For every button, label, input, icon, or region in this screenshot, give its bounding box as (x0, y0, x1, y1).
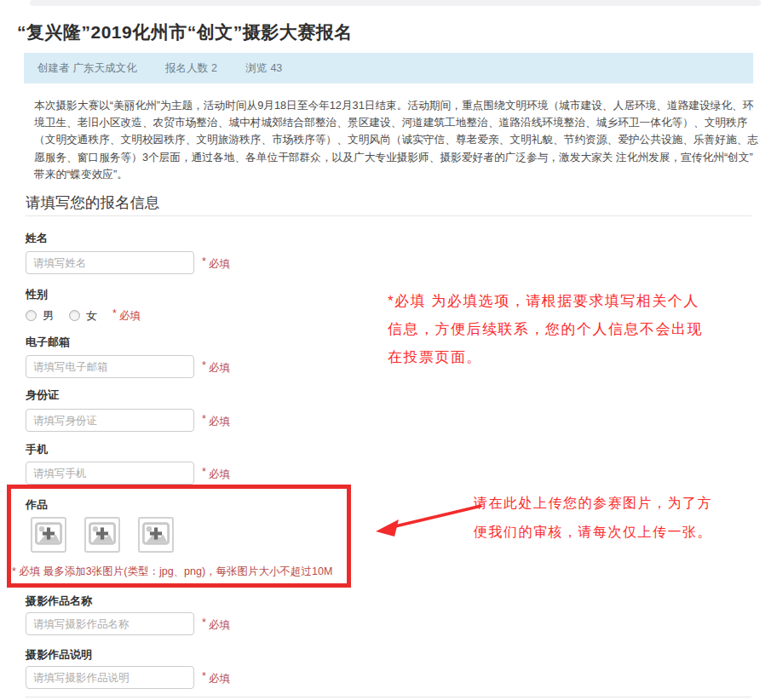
page-title: “复兴隆”2019化州市“创文”摄影大赛报名 (17, 20, 353, 44)
gender-field-label: 性别 (26, 287, 48, 302)
applicants-label: 报名人数 (165, 62, 208, 74)
top-card-edge (30, 0, 761, 6)
annotation-line: 信息，方便后续联系，您的个人信息不会出现 (388, 315, 777, 343)
female-radio-label: 女 (86, 308, 97, 324)
add-image-icon (35, 522, 62, 548)
male-radio[interactable] (26, 310, 37, 321)
name-field-label: 姓名 (26, 231, 48, 246)
gender-option-male[interactable]: 男 (26, 308, 54, 324)
creator-label: 创建者 (37, 62, 70, 74)
name-input[interactable] (26, 251, 194, 274)
views-label: 浏览 (245, 62, 267, 74)
add-image-icon (89, 522, 116, 548)
work-title-field-label: 摄影作品名称 (26, 594, 92, 609)
annotation-line: *必填 为必填选项，请根据要求填写相关个人 (388, 287, 777, 315)
upload-image-tile-1[interactable] (31, 517, 66, 553)
works-required-note: * 必填 最多添加3张图片(类型：jpg、png)，每张图片大小不超过10M (12, 565, 332, 579)
gender-options: 男 女 *必填 (26, 307, 141, 324)
upload-image-tile-3[interactable] (138, 517, 174, 553)
name-required-note: *必填 (202, 255, 230, 272)
work-desc-required-note: *必填 (202, 670, 230, 686)
idcard-field-label: 身份证 (26, 387, 59, 403)
works-field-label: 作品 (26, 497, 48, 513)
applicants-meta: 报名人数2 (165, 62, 217, 74)
phone-input[interactable] (26, 462, 194, 485)
phone-field-label: 手机 (26, 442, 48, 457)
annotation-arrow-icon (373, 498, 486, 542)
phone-required-note: *必填 (202, 466, 230, 482)
annotation-line: 请在此处上传您的参赛图片，为了方 (474, 489, 777, 518)
upload-annotation: 请在此处上传您的参赛图片，为了方 便我们的审核，请每次仅上传一张。 (474, 489, 777, 547)
gender-option-female[interactable]: 女 (69, 308, 97, 324)
creator-value: 广东天成文化 (73, 62, 137, 74)
work-title-input[interactable] (26, 612, 194, 635)
applicants-count: 2 (211, 62, 217, 74)
upload-tiles (31, 517, 174, 553)
idcard-input[interactable] (26, 409, 194, 432)
work-title-required-note: *必填 (202, 617, 230, 633)
form-section-title: 请填写您的报名信息 (26, 192, 160, 213)
required-annotation: *必填 为必填选项，请根据要求填写相关个人 信息，方便后续联系，您的个人信息不会… (388, 287, 777, 371)
upload-image-tile-2[interactable] (84, 517, 120, 553)
required-star: * (202, 255, 206, 267)
idcard-required-note: *必填 (202, 413, 230, 429)
female-radio[interactable] (69, 310, 80, 321)
bottom-divider (26, 697, 751, 697)
email-field-label: 电子邮箱 (26, 335, 70, 350)
annotation-line: 便我们的审核，请每次仅上传一张。 (474, 518, 777, 547)
creator-meta: 创建者广东天成文化 (37, 62, 137, 74)
required-label: 必填 (209, 258, 230, 270)
annotation-line: 在投票页面。 (388, 343, 777, 371)
intro-text: 本次摄影大赛以“美丽化州”为主题，活动时间从9月18日至今年12月31日结束。活… (34, 97, 760, 183)
add-image-icon (142, 522, 170, 548)
section-divider (26, 215, 751, 216)
work-desc-input[interactable] (26, 666, 194, 689)
views-meta: 浏览43 (245, 62, 282, 74)
email-input[interactable] (26, 355, 194, 378)
views-count: 43 (270, 62, 282, 74)
registration-page: “复兴隆”2019化州市“创文”摄影大赛报名 创建者广东天成文化 报名人数2 浏… (0, 0, 777, 700)
work-desc-field-label: 摄影作品说明 (26, 647, 92, 663)
email-required-note: *必填 (202, 359, 230, 376)
male-radio-label: 男 (43, 308, 54, 324)
meta-bar: 创建者广东天成文化 报名人数2 浏览43 (24, 53, 753, 83)
gender-required-note: *必填 (112, 307, 141, 324)
